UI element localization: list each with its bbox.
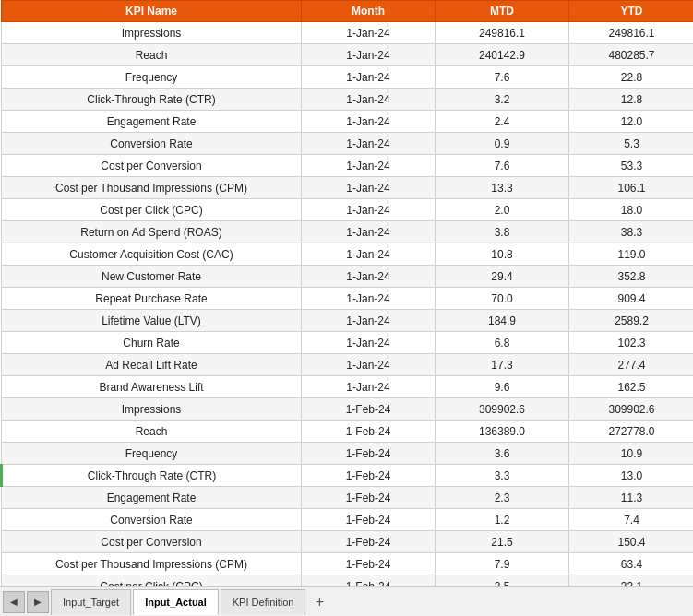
- table-row: Impressions1-Jan-24249816.1249816.1: [2, 22, 694, 44]
- tab-input-target[interactable]: Input_Target: [51, 589, 131, 615]
- cell-mtd: 13.3: [436, 177, 569, 199]
- cell-kpi-name: Return on Ad Spend (ROAS): [2, 221, 302, 243]
- cell-month: 1-Jan-24: [302, 66, 436, 89]
- header-mtd: MTD: [436, 1, 569, 22]
- cell-ytd: 119.0: [569, 243, 694, 266]
- cell-month: 1-Jan-24: [302, 199, 436, 221]
- cell-kpi-name: Ad Recall Lift Rate: [2, 354, 302, 376]
- table-row: Cost per Click (CPC)1-Jan-242.018.0: [2, 199, 694, 221]
- cell-month: 1-Jan-24: [302, 221, 436, 243]
- table-row: Engagement Rate1-Jan-242.412.0: [2, 111, 694, 133]
- cell-ytd: 272778.0: [569, 421, 694, 443]
- cell-ytd: 12.8: [569, 89, 694, 111]
- data-table-container[interactable]: KPI Name Month MTD YTD Impressions1-Jan-…: [0, 0, 693, 586]
- cell-ytd: 22.8: [569, 66, 694, 89]
- cell-kpi-name: Click-Through Rate (CTR): [2, 465, 302, 487]
- tab-prev-button[interactable]: ◀: [3, 591, 25, 613]
- cell-ytd: 5.3: [569, 133, 694, 155]
- cell-mtd: 309902.6: [436, 398, 569, 421]
- cell-mtd: 1.2: [436, 509, 569, 531]
- cell-mtd: 3.3: [436, 465, 569, 487]
- cell-month: 1-Feb-24: [302, 553, 436, 575]
- cell-mtd: 6.8: [436, 332, 569, 354]
- table-row: Cost per Thousand Impressions (CPM)1-Feb…: [2, 553, 694, 575]
- cell-month: 1-Feb-24: [302, 465, 436, 487]
- cell-month: 1-Feb-24: [302, 443, 436, 465]
- cell-ytd: 309902.6: [569, 398, 694, 421]
- cell-ytd: 2589.2: [569, 310, 694, 332]
- header-kpi-name: KPI Name: [2, 1, 302, 22]
- cell-kpi-name: Conversion Rate: [2, 509, 302, 531]
- cell-kpi-name: Lifetime Value (LTV): [2, 310, 302, 332]
- table-row: Impressions1-Feb-24309902.6309902.6: [2, 398, 694, 421]
- table-row: New Customer Rate1-Jan-2429.4352.8: [2, 266, 694, 288]
- table-row: Reach1-Jan-24240142.9480285.7: [2, 44, 694, 66]
- cell-kpi-name: Churn Rate: [2, 332, 302, 354]
- cell-ytd: 277.4: [569, 354, 694, 376]
- cell-month: 1-Jan-24: [302, 155, 436, 177]
- cell-mtd: 29.4: [436, 266, 569, 288]
- cell-month: 1-Jan-24: [302, 22, 436, 44]
- table-row: Cost per Conversion1-Feb-2421.5150.4: [2, 531, 694, 553]
- cell-mtd: 0.9: [436, 133, 569, 155]
- cell-ytd: 7.4: [569, 509, 694, 531]
- cell-kpi-name: Repeat Purchase Rate: [2, 288, 302, 310]
- cell-month: 1-Jan-24: [302, 376, 436, 398]
- cell-ytd: 18.0: [569, 199, 694, 221]
- cell-ytd: 909.4: [569, 288, 694, 310]
- cell-ytd: 13.0: [569, 465, 694, 487]
- table-row: Ad Recall Lift Rate1-Jan-2417.3277.4: [2, 354, 694, 376]
- cell-ytd: 352.8: [569, 266, 694, 288]
- table-row: Conversion Rate1-Feb-241.27.4: [2, 509, 694, 531]
- cell-ytd: 12.0: [569, 111, 694, 133]
- cell-mtd: 10.8: [436, 243, 569, 266]
- tab-input-actual[interactable]: Input_Actual: [133, 589, 219, 615]
- table-row: Repeat Purchase Rate1-Jan-2470.0909.4: [2, 288, 694, 310]
- kpi-table: KPI Name Month MTD YTD Impressions1-Jan-…: [0, 0, 693, 586]
- cell-kpi-name: Customer Acquisition Cost (CAC): [2, 243, 302, 266]
- table-row: Conversion Rate1-Jan-240.95.3: [2, 133, 694, 155]
- cell-month: 1-Feb-24: [302, 531, 436, 553]
- table-row: Engagement Rate1-Feb-242.311.3: [2, 487, 694, 509]
- cell-ytd: 53.3: [569, 155, 694, 177]
- cell-month: 1-Jan-24: [302, 288, 436, 310]
- cell-mtd: 21.5: [436, 531, 569, 553]
- cell-month: 1-Jan-24: [302, 310, 436, 332]
- cell-month: 1-Feb-24: [302, 575, 436, 587]
- tab-bar: ◀ ▶ Input_TargetInput_ActualKPI Definiti…: [0, 586, 693, 616]
- cell-mtd: 9.6: [436, 376, 569, 398]
- cell-kpi-name: Click-Through Rate (CTR): [2, 89, 302, 111]
- cell-month: 1-Feb-24: [302, 421, 436, 443]
- cell-mtd: 2.4: [436, 111, 569, 133]
- table-row: Frequency1-Feb-243.610.9: [2, 443, 694, 465]
- cell-month: 1-Feb-24: [302, 398, 436, 421]
- cell-mtd: 17.3: [436, 354, 569, 376]
- cell-kpi-name: Impressions: [2, 22, 302, 44]
- tab-kpi-definition[interactable]: KPI Definition: [221, 589, 306, 615]
- cell-mtd: 2.0: [436, 199, 569, 221]
- table-row: Click-Through Rate (CTR)1-Feb-243.313.0: [2, 465, 694, 487]
- cell-mtd: 7.6: [436, 66, 569, 89]
- table-row: Cost per Conversion1-Jan-247.653.3: [2, 155, 694, 177]
- cell-month: 1-Jan-24: [302, 89, 436, 111]
- cell-month: 1-Jan-24: [302, 44, 436, 66]
- cell-mtd: 136389.0: [436, 421, 569, 443]
- header-month: Month: [302, 1, 436, 22]
- cell-kpi-name: Conversion Rate: [2, 133, 302, 155]
- cell-kpi-name: Cost per Conversion: [2, 155, 302, 177]
- cell-month: 1-Feb-24: [302, 509, 436, 531]
- cell-kpi-name: Cost per Thousand Impressions (CPM): [2, 553, 302, 575]
- cell-ytd: 11.3: [569, 487, 694, 509]
- header-ytd: YTD: [569, 1, 694, 22]
- cell-ytd: 150.4: [569, 531, 694, 553]
- cell-kpi-name: Frequency: [2, 443, 302, 465]
- cell-ytd: 249816.1: [569, 22, 694, 44]
- tab-next-button[interactable]: ▶: [27, 591, 49, 613]
- cell-month: 1-Jan-24: [302, 354, 436, 376]
- cell-kpi-name: Engagement Rate: [2, 111, 302, 133]
- add-tab-button[interactable]: +: [308, 591, 330, 613]
- cell-month: 1-Feb-24: [302, 487, 436, 509]
- cell-month: 1-Jan-24: [302, 243, 436, 266]
- cell-month: 1-Jan-24: [302, 266, 436, 288]
- cell-kpi-name: Cost per Click (CPC): [2, 199, 302, 221]
